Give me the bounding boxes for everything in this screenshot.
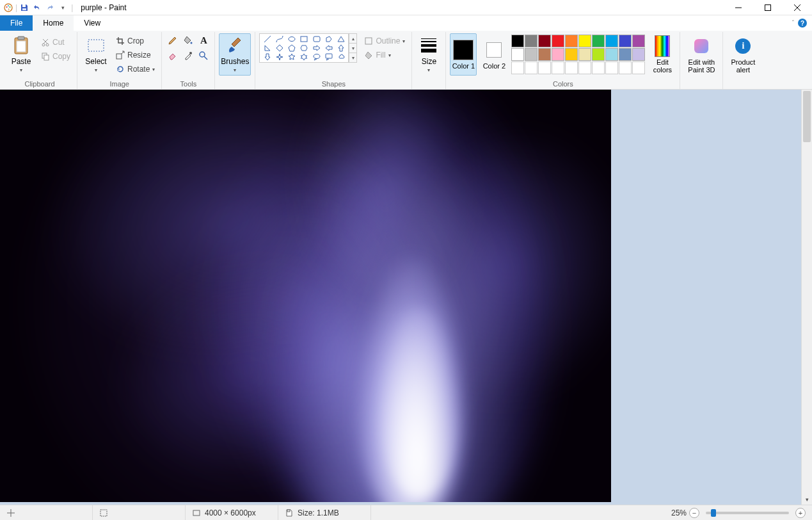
scroll-thumb[interactable]: [803, 91, 811, 142]
minimize-button[interactable]: [724, 0, 753, 15]
shape-polygon-icon[interactable]: [323, 35, 335, 44]
color-swatch[interactable]: [605, 61, 618, 74]
color-swatch[interactable]: [511, 61, 524, 74]
clipboard-icon: [13, 35, 29, 56]
shape-roundrect-icon[interactable]: [311, 35, 322, 44]
color-swatch[interactable]: [552, 35, 564, 47]
outline-icon: [364, 37, 373, 45]
text-tool[interactable]: A: [196, 33, 211, 47]
color-swatch[interactable]: [619, 61, 632, 74]
color-swatch[interactable]: [592, 35, 605, 47]
scroll-down-icon[interactable]: ▾: [802, 494, 812, 505]
undo-icon[interactable]: [31, 2, 43, 13]
ribbon-collapse-icon[interactable]: ˆ: [792, 20, 794, 27]
color-swatch[interactable]: [578, 61, 591, 74]
tab-file[interactable]: File: [0, 15, 33, 31]
shape-right-triangle-icon[interactable]: [261, 44, 273, 53]
maximize-button[interactable]: [753, 0, 783, 15]
magnifier-tool[interactable]: [196, 49, 211, 63]
fill-dropdown[interactable]: Fill ▾: [362, 49, 408, 61]
color-swatch[interactable]: [632, 35, 645, 47]
color-swatch[interactable]: [525, 35, 537, 47]
color-swatch[interactable]: [605, 48, 618, 61]
color-swatch[interactable]: [565, 61, 578, 74]
color-swatch[interactable]: [592, 48, 605, 61]
size-button[interactable]: Size▾: [416, 33, 442, 76]
shape-arrow-up-icon[interactable]: [335, 44, 347, 53]
fill-tool[interactable]: [181, 33, 195, 47]
brushes-button[interactable]: Brushes▾: [219, 33, 251, 76]
color-swatch[interactable]: [511, 35, 524, 47]
color-swatch[interactable]: [632, 48, 645, 61]
cut-button[interactable]: Cut: [38, 36, 73, 49]
shape-callout-rect-icon[interactable]: [323, 53, 335, 61]
shape-5pt-star-icon[interactable]: [286, 53, 298, 61]
close-button[interactable]: [783, 0, 812, 15]
product-alert-button[interactable]: i Product alert: [727, 33, 759, 76]
shape-arrow-down-icon[interactable]: [261, 53, 273, 61]
zoom-in-button[interactable]: +: [795, 508, 806, 518]
shape-line-icon[interactable]: [261, 35, 273, 44]
svg-rect-27: [301, 37, 307, 42]
shape-oval-icon[interactable]: [286, 35, 298, 44]
eraser-tool[interactable]: [166, 49, 180, 63]
color-swatch[interactable]: [565, 35, 578, 47]
color-swatch[interactable]: [592, 61, 605, 74]
redo-icon[interactable]: [44, 2, 56, 13]
resize-button[interactable]: Resize: [113, 49, 157, 61]
shape-4pt-star-icon[interactable]: [274, 53, 285, 61]
shapes-scroll[interactable]: ▴▾▾: [349, 33, 357, 63]
crop-button[interactable]: Crop: [113, 35, 157, 47]
shapes-gallery[interactable]: ▴▾▾: [259, 33, 349, 63]
color1-button[interactable]: Color 1: [450, 33, 477, 76]
group-label-brushes-spacer: [219, 79, 251, 89]
copy-button[interactable]: Copy: [38, 50, 73, 63]
shape-arrow-left-icon[interactable]: [323, 44, 335, 53]
color-swatch[interactable]: [619, 48, 632, 61]
tab-view[interactable]: View: [74, 15, 111, 31]
color-swatch[interactable]: [632, 61, 645, 74]
color-swatch[interactable]: [578, 35, 591, 47]
color-swatch[interactable]: [538, 48, 551, 61]
eyedropper-tool[interactable]: [181, 49, 195, 63]
shape-arrow-right-icon[interactable]: [311, 44, 322, 53]
color-swatch[interactable]: [538, 35, 551, 47]
outline-dropdown[interactable]: Outline ▾: [362, 35, 408, 47]
color-swatch[interactable]: [525, 48, 537, 61]
edit-colors-button[interactable]: Edit colors: [649, 33, 676, 76]
shape-hexagon-icon[interactable]: [298, 44, 310, 53]
color-swatch[interactable]: [511, 48, 524, 61]
color-swatch[interactable]: [552, 48, 564, 61]
canvas-viewport[interactable]: [0, 90, 801, 505]
color-swatch[interactable]: [525, 61, 537, 74]
color-swatch[interactable]: [552, 61, 564, 74]
color-swatch[interactable]: [565, 48, 578, 61]
shape-rect-icon[interactable]: [298, 35, 310, 44]
color-swatch[interactable]: [578, 48, 591, 61]
vertical-scrollbar[interactable]: ▴ ▾: [801, 90, 812, 505]
canvas[interactable]: [0, 90, 611, 502]
zoom-out-button[interactable]: −: [689, 508, 699, 518]
color2-button[interactable]: Color 2: [481, 33, 507, 76]
shape-pentagon-icon[interactable]: [286, 44, 298, 53]
qat-customize-icon[interactable]: ▾: [57, 2, 68, 13]
paste-button[interactable]: Paste▾: [6, 33, 36, 76]
color-swatch[interactable]: [538, 61, 551, 74]
pencil-tool[interactable]: [166, 33, 180, 47]
color-swatch[interactable]: [619, 35, 632, 47]
shape-6pt-star-icon[interactable]: [298, 53, 310, 61]
shape-curve-icon[interactable]: [274, 35, 285, 44]
zoom-slider[interactable]: [706, 512, 789, 514]
shape-triangle-icon[interactable]: [335, 35, 347, 44]
shape-callout-round-icon[interactable]: [311, 53, 322, 61]
color-swatch[interactable]: [605, 35, 618, 47]
help-icon[interactable]: ?: [798, 19, 807, 28]
select-button[interactable]: Select▾: [81, 33, 111, 76]
save-icon[interactable]: [19, 2, 30, 13]
zoom-slider-knob[interactable]: [711, 509, 716, 517]
rotate-button[interactable]: Rotate ▾: [113, 63, 157, 76]
tab-home[interactable]: Home: [33, 15, 74, 31]
shape-diamond-icon[interactable]: [274, 44, 285, 53]
paint3d-button[interactable]: Edit with Paint 3D: [684, 33, 719, 76]
shape-callout-cloud-icon[interactable]: [335, 53, 347, 61]
